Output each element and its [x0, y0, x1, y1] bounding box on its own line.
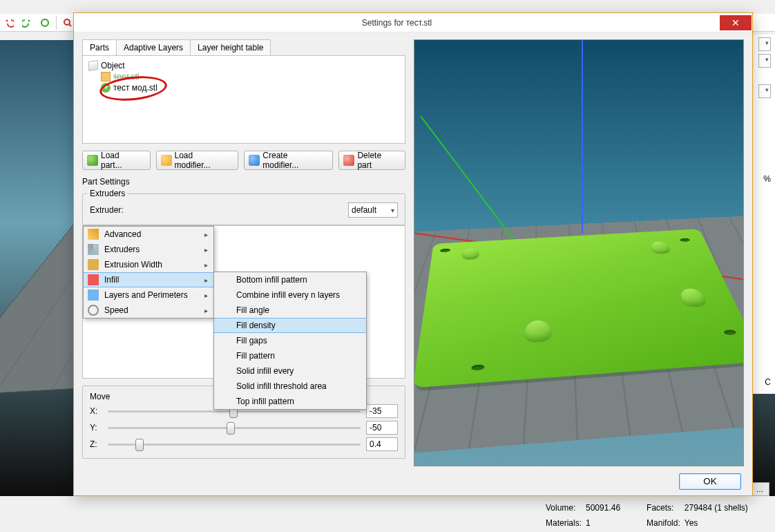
override-settings-area: Advanced▸ Extruders▸ Extrusion Width▸ In… — [82, 225, 405, 379]
rotate-cw-icon[interactable] — [37, 15, 52, 30]
facets-value: 279484 (1 shells) — [685, 503, 748, 517]
funnel-icon — [88, 244, 99, 255]
menu-layers[interactable]: Layers and Perimeters▸ — [84, 287, 213, 303]
load-modifier-icon — [161, 155, 172, 166]
load-part-button[interactable]: Load part... — [82, 151, 151, 170]
submenu-fill-angle[interactable]: Fill angle — [214, 303, 366, 318]
tree-item-2-label: тест мод.stl — [113, 83, 157, 93]
speed-icon — [88, 305, 99, 316]
delete-part-label: Delete part — [357, 151, 398, 170]
chevron-right-icon: ▸ — [204, 246, 208, 254]
menu-infill[interactable]: Infill▸ — [84, 272, 213, 287]
model-plate — [414, 229, 744, 388]
right-combo-2[interactable] — [758, 54, 771, 68]
create-modifier-label: Create modifier... — [262, 151, 325, 170]
submenu-solid-threshold[interactable]: Solid infill threshold area — [214, 379, 366, 394]
menu-extrusion-width[interactable]: Extrusion Width▸ — [84, 257, 213, 272]
tree-item-2[interactable]: + тест мод.stl — [88, 82, 399, 93]
move-y-value[interactable]: -50 — [366, 421, 398, 435]
tree-root[interactable]: Object — [88, 60, 399, 71]
materials-label: Materials: — [546, 518, 582, 532]
menu-extrusion-width-label: Extrusion Width — [104, 260, 162, 269]
chevron-right-icon: ▸ — [204, 292, 208, 299]
undo-icon[interactable] — [1, 15, 17, 30]
chevron-right-icon: ▸ — [204, 307, 208, 314]
dialog-footer: OK — [74, 466, 752, 495]
settings-dialog: Settings for тест.stl ✕ Parts Adaptive L… — [73, 12, 753, 496]
tab-parts[interactable]: Parts — [82, 39, 117, 55]
manifold-label: Manifold: — [647, 518, 680, 532]
menu-layers-label: Layers and Perimeters — [104, 290, 188, 300]
extruder-select[interactable]: default — [348, 202, 398, 218]
move-y-slider[interactable] — [108, 421, 361, 434]
chevron-right-icon: ▸ — [204, 276, 208, 284]
tree-item-1[interactable]: тест.stl — [88, 71, 399, 82]
object-icon — [88, 60, 98, 71]
layers-icon — [88, 289, 99, 301]
move-z-label: Z: — [90, 439, 102, 449]
part-preview-3d[interactable] — [414, 39, 744, 466]
dialog-title: Settings for тест.stl — [74, 18, 720, 28]
create-modifier-icon — [249, 155, 260, 166]
move-z-slider[interactable] — [108, 438, 361, 450]
modifier-icon: + — [101, 83, 111, 93]
wand-icon — [88, 229, 99, 240]
menu-extruders-label: Extruders — [104, 245, 140, 254]
submenu-bottom-infill-pattern[interactable]: Bottom infill pattern — [214, 272, 366, 287]
menu-advanced-label: Advanced — [104, 229, 141, 239]
move-x-value[interactable]: -35 — [366, 404, 398, 418]
extruder-label: Extruder: — [90, 205, 131, 215]
menu-infill-label: Infill — [104, 275, 119, 285]
submenu-fill-pattern[interactable]: Fill pattern — [214, 348, 366, 363]
close-button[interactable]: ✕ — [720, 15, 752, 30]
delete-part-button[interactable]: Delete part — [338, 151, 405, 170]
redo-icon[interactable] — [19, 15, 35, 30]
extruder-value: default — [352, 205, 376, 215]
load-part-icon — [87, 155, 98, 166]
move-y-label: Y: — [90, 423, 102, 433]
right-combo-1[interactable] — [758, 37, 771, 51]
submenu-solid-infill-every[interactable]: Solid infill every — [214, 363, 366, 379]
materials-value: 1 — [586, 518, 620, 532]
menu-extruders[interactable]: Extruders▸ — [84, 242, 213, 257]
parts-tree[interactable]: Object тест.stl + тест мод.stl — [82, 55, 405, 144]
delete-part-icon — [343, 155, 354, 166]
svg-point-1 — [64, 19, 70, 25]
part-buttons: Load part... Load modifier... Create mod… — [82, 151, 405, 170]
infill-submenu: Bottom infill pattern Combine infill eve… — [213, 272, 367, 410]
part-icon — [101, 72, 111, 82]
load-modifier-button[interactable]: Load modifier... — [156, 151, 239, 170]
tree-item-1-label: тест.stl — [113, 72, 140, 82]
infill-icon — [88, 274, 99, 285]
width-icon — [88, 259, 99, 270]
load-modifier-label: Load modifier... — [175, 151, 231, 170]
svg-point-0 — [41, 19, 48, 26]
chevron-right-icon: ▸ — [204, 231, 208, 238]
menu-advanced[interactable]: Advanced▸ — [84, 227, 213, 242]
volume-value: 50091.46 — [586, 503, 620, 517]
manifold-value: Yes — [685, 518, 748, 532]
right-combo-3[interactable] — [758, 84, 771, 98]
info-more-button[interactable]: … — [750, 482, 769, 496]
submenu-combine-infill[interactable]: Combine infill every n layers — [214, 287, 366, 303]
info-bar: … Volume:50091.46 Materials:1 Facets:279… — [0, 499, 775, 532]
load-part-label: Load part... — [101, 151, 143, 170]
z-axis — [582, 40, 583, 234]
move-z-value[interactable]: 0.4 — [366, 437, 398, 451]
create-modifier-button[interactable]: Create modifier... — [244, 151, 333, 170]
context-menu: Advanced▸ Extruders▸ Extrusion Width▸ In… — [83, 226, 214, 319]
tab-adaptive-layers[interactable]: Adaptive Layers — [116, 39, 191, 55]
submenu-fill-gaps[interactable]: Fill gaps — [214, 333, 366, 348]
titlebar[interactable]: Settings for тест.stl ✕ — [74, 13, 752, 32]
close-icon: ✕ — [731, 17, 740, 28]
submenu-top-infill-pattern[interactable]: Top infill pattern — [214, 394, 366, 409]
ok-button[interactable]: OK — [679, 473, 741, 490]
tree-root-label: Object — [101, 61, 125, 70]
menu-speed[interactable]: Speed▸ — [84, 303, 213, 318]
move-x-label: X: — [90, 406, 102, 416]
extruders-legend: Extruders — [87, 189, 128, 198]
submenu-fill-density[interactable]: Fill density — [214, 318, 366, 333]
facets-label: Facets: — [647, 503, 680, 517]
part-settings-label: Part Settings — [82, 177, 405, 187]
tab-layer-height-table[interactable]: Layer height table — [190, 39, 271, 55]
